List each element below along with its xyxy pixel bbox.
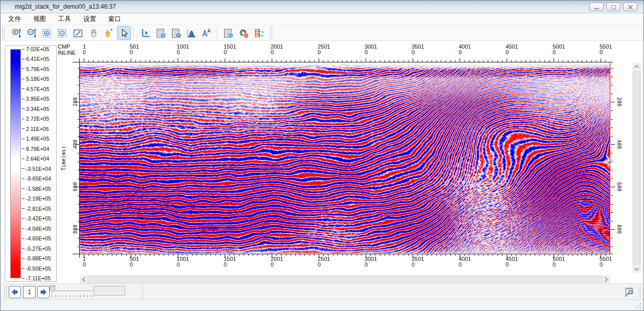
next-section-button[interactable]: [37, 286, 50, 298]
toolbar-handle[interactable]: [3, 27, 5, 39]
section-slider-handle[interactable]: [50, 285, 55, 294]
toolbar-mouse-control-button[interactable]: [86, 26, 100, 40]
colorbar-label: -2.81E+05: [22, 206, 51, 212]
axis-tick: [300, 254, 300, 256]
detach-window-button[interactable]: [622, 285, 636, 299]
axis-tick: [526, 254, 526, 256]
axis-tick: [78, 77, 80, 77]
axis-tick: [216, 254, 216, 256]
vertical-scrollbar-thumb[interactable]: [633, 71, 640, 264]
seismic-section[interactable]: [80, 63, 610, 253]
axis-tick: [611, 153, 613, 153]
colorbar-label: 2.11E+05: [22, 126, 49, 132]
axis-tick: [380, 254, 380, 256]
toolbar-handle[interactable]: [270, 27, 272, 39]
resize-grip[interactable]: [635, 302, 642, 309]
axis-tick: [319, 58, 319, 62]
axis-tick: [192, 60, 193, 62]
axis-tick: [78, 247, 80, 247]
slider-tick: [73, 295, 74, 297]
axis-tick: [126, 254, 127, 256]
axis-tick: [611, 238, 613, 238]
toolbar-zoom-out-area-button[interactable]: [56, 26, 69, 40]
colorbar-label: 8.79E+04: [22, 146, 49, 152]
axis-tick: [154, 60, 155, 62]
toolbar-table-clock-button[interactable]: [221, 26, 235, 40]
axis-tick: [389, 60, 390, 62]
axis-tick: [281, 60, 281, 62]
toolbar-select-cursor-button[interactable]: [117, 26, 131, 40]
table-clock-icon: [223, 28, 234, 39]
colorbar-label: -5.27E+05: [22, 246, 51, 252]
axis-tick-label: 0: [83, 261, 86, 268]
axis-tick: [239, 254, 240, 256]
axis-tick: [445, 254, 446, 256]
axis-tick: [511, 60, 512, 62]
horizontal-scrollbar[interactable]: [80, 275, 610, 283]
axis-tick: [455, 60, 456, 62]
menu-item-1[interactable]: 视图: [29, 14, 51, 25]
axis-tick-label: 0: [224, 49, 227, 55]
axis-tick: [366, 58, 366, 62]
toolbar-palette-off-button[interactable]: [236, 26, 250, 40]
scroll-up-icon[interactable]: [634, 65, 639, 70]
toolbar-font-size-button[interactable]: [200, 26, 213, 40]
toolbar-fit-window-button[interactable]: [71, 26, 85, 40]
previous-section-button[interactable]: [9, 286, 21, 298]
toolbar-axes-select-button[interactable]: [138, 26, 152, 40]
toolbar-zoom-out-vertical-button[interactable]: [25, 26, 39, 40]
axis-tick: [611, 127, 613, 128]
axis-tick: [361, 60, 362, 62]
bottom-axis-line: [73, 254, 613, 254]
axis-tick: [586, 60, 587, 62]
close-button[interactable]: [623, 3, 637, 11]
axis-tick: [469, 60, 469, 62]
scroll-right-icon[interactable]: [603, 277, 608, 282]
axis-tick-label: 0: [553, 261, 556, 268]
colorbar-label: 3.34E+05: [22, 106, 49, 112]
scroll-down-icon[interactable]: [634, 266, 639, 271]
vertical-scrollbar[interactable]: [632, 62, 641, 273]
axis-tick: [253, 60, 253, 62]
axis-tick: [450, 60, 451, 62]
horizontal-scrollbar-thumb[interactable]: [88, 276, 602, 283]
axis-tick: [248, 60, 249, 62]
axis-tick: [427, 254, 427, 256]
axis-tick-label: 0: [318, 49, 321, 55]
toolbar-separator: [133, 28, 134, 38]
axis-tick: [611, 68, 613, 69]
section-number-input[interactable]: [23, 286, 36, 298]
slider-readout: [93, 286, 125, 296]
maximize-button[interactable]: [606, 3, 621, 11]
axis-tick-label: 0: [412, 261, 415, 268]
slider-tick: [66, 295, 66, 297]
axis-tick: [441, 60, 441, 62]
axis-tick: [568, 60, 568, 62]
axis-tick-label: 0: [506, 261, 509, 268]
toolbar-zoom-in-vertical-button[interactable]: [10, 26, 23, 40]
toolbar-table-sync-button[interactable]: [169, 26, 183, 40]
navigation-bar-handle[interactable]: [5, 286, 7, 298]
axis-tick: [107, 254, 108, 256]
minimize-button[interactable]: [589, 3, 604, 11]
toolbar-table-refresh-button[interactable]: [154, 26, 168, 40]
toolbar-histogram-button[interactable]: [184, 26, 198, 40]
axis-tick: [563, 60, 563, 62]
axis-tick-label: 800: [616, 221, 622, 237]
menu-item-2[interactable]: 工具: [54, 14, 76, 25]
zoom-in-vertical-icon: [11, 28, 22, 39]
colorbar-tick: [22, 208, 25, 209]
colorbar-tick: [22, 99, 25, 99]
menu-item-0[interactable]: 文件: [4, 14, 26, 25]
menu-item-4[interactable]: 窗口: [104, 14, 126, 25]
axis-tick: [263, 60, 263, 62]
axis-tick: [300, 60, 300, 62]
axis-tick: [78, 110, 80, 111]
menu-item-3[interactable]: 设置: [79, 14, 101, 25]
axis-tick: [577, 60, 578, 62]
axis-tick: [356, 60, 357, 62]
toolbar-trace-refresh-button[interactable]: [252, 26, 266, 40]
toolbar-zoom-in-area-button[interactable]: [40, 26, 54, 40]
toolbar-hand-tool-button[interactable]: [102, 26, 115, 40]
scroll-left-icon[interactable]: [82, 277, 87, 282]
